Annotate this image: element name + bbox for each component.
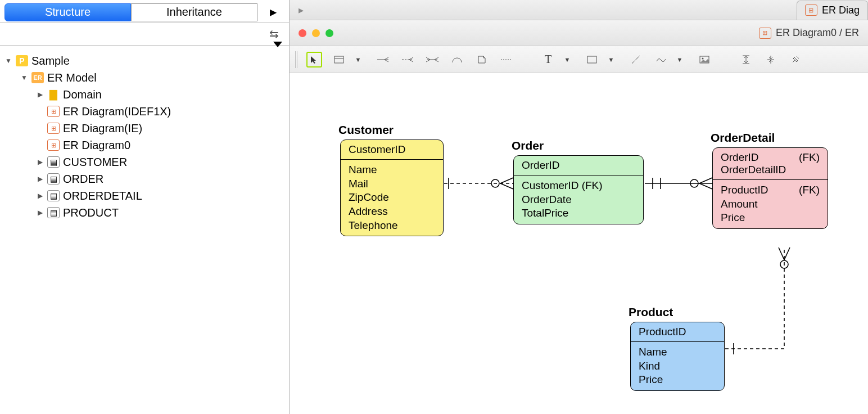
entity-customer[interactable]: Customer CustomerID Name Mail ZipCode Ad… xyxy=(340,140,444,236)
entity-tool-icon[interactable] xyxy=(331,52,347,68)
pk-field: OrderID(FK) OrderDetailID xyxy=(713,148,828,180)
tree-table-orderdetail[interactable]: ▶ ▤ ORDERDETAIL xyxy=(36,187,287,204)
text-tool-icon[interactable]: T xyxy=(540,52,556,68)
zoom-window-icon[interactable] xyxy=(326,29,333,37)
er-diagram-icon: ⊞ xyxy=(47,140,60,151)
svg-line-7 xyxy=(409,60,413,62)
subtype-icon[interactable] xyxy=(449,52,465,68)
entity-order[interactable]: Order OrderID CustomerID (FK) OrderDate … xyxy=(513,155,644,224)
entity-title: Product xyxy=(629,305,673,319)
rel-order-orderdetail[interactable] xyxy=(645,178,712,189)
rel-customer-order[interactable] xyxy=(444,178,513,189)
pk-name: OrderID xyxy=(721,151,759,163)
connector-icon[interactable] xyxy=(499,52,514,68)
non-identifying-rel-icon[interactable] xyxy=(400,52,415,68)
pin-icon[interactable] xyxy=(788,52,803,68)
svg-line-28 xyxy=(500,183,513,189)
entity-orderdetail[interactable]: OrderDetail OrderID(FK) OrderDetailID Pr… xyxy=(712,147,828,229)
tree-diagram-0[interactable]: ⊞ ER Diagram0 xyxy=(36,137,287,154)
tree-diagram-idef1x[interactable]: ⊞ ER Diagram(IDEF1X) xyxy=(36,103,287,120)
svg-point-17 xyxy=(702,57,704,59)
tree-label: ER Diagram(IE) xyxy=(63,122,142,135)
rel-product-orderdetail[interactable] xyxy=(725,248,790,354)
er-diagram-icon: ⊞ xyxy=(759,28,771,39)
dropdown-icon[interactable]: ▼ xyxy=(559,52,575,68)
pk-field: CustomerID xyxy=(341,140,443,160)
chevron-down-icon[interactable]: ▼ xyxy=(4,57,12,65)
er-diagram-icon: ⊞ xyxy=(47,106,60,117)
entity-product[interactable]: Product ProductID Name Kind Price xyxy=(630,322,725,391)
dropdown-icon[interactable]: ▼ xyxy=(672,52,688,68)
attr: OrderDate xyxy=(522,193,635,207)
pk-field: ProductID xyxy=(631,322,724,342)
tabs-overflow-icon[interactable]: ▶ xyxy=(262,7,284,17)
spacer xyxy=(36,107,44,115)
entity-title: Order xyxy=(512,139,544,152)
tree-table-product[interactable]: ▶ ▤ PRODUCT xyxy=(36,204,287,221)
attr: Price xyxy=(639,373,716,387)
tree-root-sample[interactable]: ▼ P Sample xyxy=(4,52,287,69)
attr: CustomerID (FK) xyxy=(522,179,635,193)
folder-icon: ▇ xyxy=(47,89,60,100)
tree-table-customer[interactable]: ▶ ▤ CUSTOMER xyxy=(36,154,287,170)
many-to-many-rel-icon[interactable] xyxy=(424,52,440,68)
rect-tool-icon[interactable] xyxy=(584,52,600,68)
sync-icon[interactable]: ⇆ xyxy=(269,27,279,40)
image-tool-icon[interactable] xyxy=(697,52,712,68)
table-icon: ▤ xyxy=(47,190,60,201)
identifying-rel-icon[interactable] xyxy=(375,52,391,68)
tab-structure[interactable]: Structure xyxy=(4,3,131,21)
chevron-down-icon[interactable]: ▼ xyxy=(20,74,28,82)
chevron-right-icon[interactable]: ▶ xyxy=(36,91,44,98)
table-icon: ▤ xyxy=(47,207,60,218)
expand-icon[interactable]: ▸ xyxy=(299,4,304,16)
close-window-icon[interactable] xyxy=(299,29,306,37)
pk-field: OrderID xyxy=(514,156,643,176)
chevron-right-icon[interactable]: ▶ xyxy=(36,175,44,183)
tree-label: ER Model xyxy=(47,71,97,84)
tree-label: ORDERDETAIL xyxy=(63,190,142,202)
line-tool-icon[interactable] xyxy=(628,52,644,68)
tree-label: Sample xyxy=(31,55,70,68)
entity-title: Customer xyxy=(338,123,394,137)
tree-er-model[interactable]: ▼ ER ER Model xyxy=(20,69,287,86)
chevron-right-icon[interactable]: ▶ xyxy=(36,209,44,217)
svg-line-8 xyxy=(426,57,430,60)
select-tool-icon[interactable] xyxy=(306,52,322,68)
attr: Kind xyxy=(639,359,716,374)
tree-diagram-ie[interactable]: ⊞ ER Diagram(IE) xyxy=(36,120,287,137)
toolbar-handle[interactable] xyxy=(295,51,297,68)
tree-table-order[interactable]: ▶ ▤ ORDER xyxy=(36,170,287,187)
tree-domain[interactable]: ▶ ▇ Domain xyxy=(36,86,287,103)
chevron-right-icon[interactable]: ▶ xyxy=(36,158,44,166)
attr: Name xyxy=(349,163,435,177)
app-header: ▸ ⊞ ER Diag xyxy=(290,0,868,20)
chevron-right-icon[interactable]: ▶ xyxy=(36,192,44,200)
align-h-icon[interactable] xyxy=(763,52,779,68)
table-icon: ▤ xyxy=(47,173,60,184)
svg-line-11 xyxy=(435,57,438,60)
tree-label: ORDER xyxy=(63,173,103,186)
freehand-tool-icon[interactable] xyxy=(653,52,668,68)
spacer xyxy=(36,141,44,149)
align-v-icon[interactable] xyxy=(738,52,754,68)
editor-panel: ▸ ⊞ ER Diag ⊞ ER Diagram0 / ER ▼ xyxy=(290,0,868,414)
diagram-toolbar: ▼ T ▼ ▼ ▼ xyxy=(290,46,868,73)
tab-inheritance[interactable]: Inheritance xyxy=(131,3,257,21)
document-tab[interactable]: ⊞ ER Diag xyxy=(797,1,868,20)
dropdown-icon[interactable]: ▼ xyxy=(350,52,366,68)
attr: ZipCode xyxy=(349,191,435,205)
minimize-window-icon[interactable] xyxy=(312,29,320,37)
note-icon[interactable] xyxy=(474,52,490,68)
attribute-list: ProductID(FK) Amount Price xyxy=(713,180,828,228)
collapse-icon[interactable] xyxy=(273,42,282,47)
diagram-canvas[interactable]: Customer CustomerID Name Mail ZipCode Ad… xyxy=(290,73,868,414)
attribute-list: Name Mail ZipCode Address Telephone xyxy=(341,160,443,236)
er-model-icon: ER xyxy=(31,72,44,83)
svg-point-26 xyxy=(491,179,499,187)
svg-point-32 xyxy=(690,179,698,187)
dropdown-icon[interactable]: ▼ xyxy=(603,52,619,68)
fk-badge: (FK) xyxy=(799,151,820,164)
attr: TotalPrice xyxy=(522,206,635,220)
attr: Telephone xyxy=(349,219,435,233)
